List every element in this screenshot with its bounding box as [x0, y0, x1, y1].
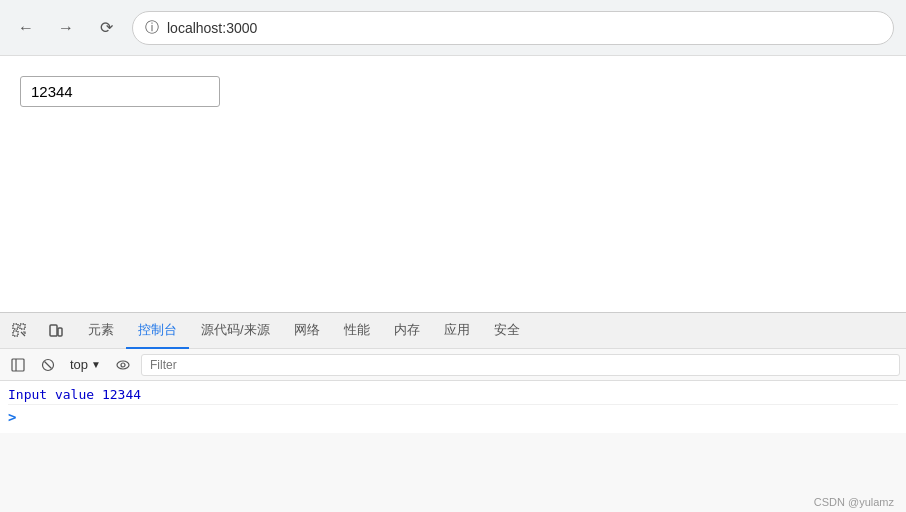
- clear-console-icon[interactable]: [36, 353, 60, 377]
- tab-sources[interactable]: 源代码/来源: [189, 313, 282, 349]
- device-toolbar-icon[interactable]: [40, 315, 72, 347]
- tab-performance[interactable]: 性能: [332, 313, 382, 349]
- console-toolbar: top ▼: [0, 349, 906, 381]
- console-filter-input[interactable]: [141, 354, 900, 376]
- context-label: top: [70, 357, 88, 372]
- svg-rect-2: [13, 331, 18, 336]
- inspect-element-icon[interactable]: [4, 315, 36, 347]
- tab-memory[interactable]: 内存: [382, 313, 432, 349]
- main-input[interactable]: [20, 76, 220, 107]
- devtools-tabs-bar: 元素 控制台 源代码/来源 网络 性能 内存 应用 安全: [0, 313, 906, 349]
- svg-rect-1: [20, 324, 25, 329]
- context-dropdown-icon: ▼: [91, 359, 101, 370]
- svg-line-8: [45, 361, 52, 368]
- tab-elements[interactable]: 元素: [76, 313, 126, 349]
- svg-point-10: [121, 363, 125, 367]
- svg-rect-5: [12, 359, 24, 371]
- address-text: localhost:3000: [167, 20, 257, 36]
- svg-rect-4: [58, 328, 62, 336]
- tab-application[interactable]: 应用: [432, 313, 482, 349]
- page-content: [0, 56, 906, 316]
- context-selector[interactable]: top ▼: [66, 355, 105, 374]
- svg-point-9: [117, 361, 129, 369]
- console-log-line: Input value 12344: [8, 385, 898, 405]
- svg-rect-0: [13, 324, 18, 329]
- tab-security[interactable]: 安全: [482, 313, 532, 349]
- forward-button[interactable]: →: [52, 14, 80, 42]
- browser-chrome: ← → ⟳ ⓘ localhost:3000: [0, 0, 906, 56]
- back-button[interactable]: ←: [12, 14, 40, 42]
- console-output-area: Input value 12344 >: [0, 381, 906, 433]
- svg-rect-3: [50, 325, 57, 336]
- devtools-panel: 元素 控制台 源代码/来源 网络 性能 内存 应用 安全: [0, 312, 906, 512]
- reload-button[interactable]: ⟳: [92, 14, 120, 42]
- info-icon: ⓘ: [145, 19, 159, 37]
- eye-icon[interactable]: [111, 353, 135, 377]
- tab-console[interactable]: 控制台: [126, 313, 189, 349]
- footer-credit: CSDN @yulamz: [814, 496, 894, 508]
- console-log-text: Input value 12344: [8, 387, 141, 402]
- console-prompt[interactable]: >: [8, 405, 898, 429]
- address-bar[interactable]: ⓘ localhost:3000: [132, 11, 894, 45]
- tab-network[interactable]: 网络: [282, 313, 332, 349]
- sidebar-toggle-icon[interactable]: [6, 353, 30, 377]
